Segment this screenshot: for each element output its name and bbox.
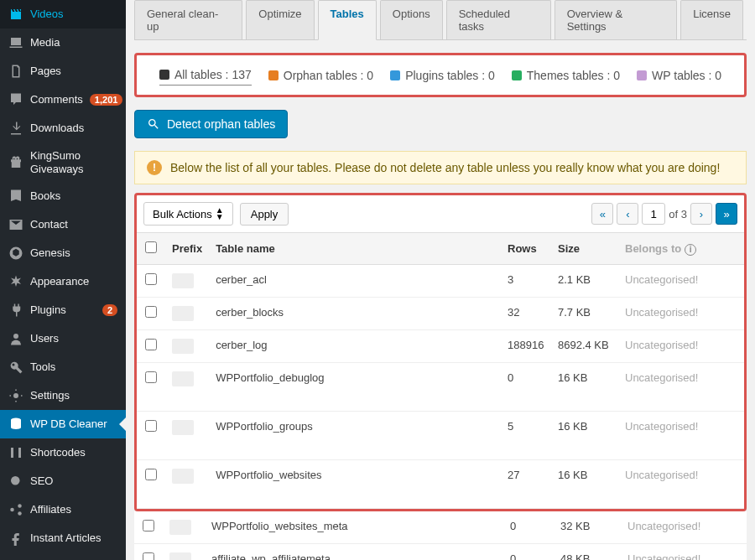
color-swatch xyxy=(159,70,169,80)
color-swatch xyxy=(512,70,522,80)
sidebar-item-label: Downloads xyxy=(30,122,117,135)
color-swatch xyxy=(637,70,647,80)
row-checkbox[interactable] xyxy=(145,420,157,432)
row-checkbox[interactable] xyxy=(143,520,154,531)
sidebar-item-wp-db-cleaner[interactable]: WP DB Cleaner xyxy=(0,410,126,438)
sidebar-item-label: Media xyxy=(30,36,117,49)
sidebar-item-label: WP DB Cleaner xyxy=(30,417,117,431)
sidebar-item-kingsumo-giveaways[interactable]: KingSumo Giveaways xyxy=(0,143,126,182)
tab-tables[interactable]: Tables xyxy=(318,0,377,40)
sidebar-item-settings[interactable]: Settings xyxy=(0,381,126,410)
filter-orphan-tables[interactable]: Orphan tables : 0 xyxy=(268,68,373,82)
sidebar-item-comments[interactable]: Comments1,201 xyxy=(0,86,126,114)
svg-point-1 xyxy=(13,334,18,339)
cell-belongs: Uncategorised! xyxy=(618,412,744,460)
cell-rows: 0 xyxy=(503,544,554,561)
tab-scheduled-tasks[interactable]: Scheduled tasks xyxy=(446,0,551,39)
header-name[interactable]: Table name xyxy=(209,233,501,265)
pager-next[interactable]: › xyxy=(690,203,712,225)
select-all-checkbox[interactable] xyxy=(145,241,157,253)
row-checkbox[interactable] xyxy=(145,469,157,480)
sidebar-item-instant-articles[interactable]: Instant Articles xyxy=(0,524,126,552)
pager-last[interactable]: » xyxy=(716,203,737,225)
filter-themes-tables[interactable]: Themes tables : 0 xyxy=(512,68,620,82)
sidebar-item-plugins[interactable]: Plugins2 xyxy=(0,296,126,324)
seo-icon xyxy=(8,474,23,489)
row-checkbox[interactable] xyxy=(145,371,157,383)
cell-belongs: Uncategorised! xyxy=(618,265,744,298)
sidebar-item-affiliates[interactable]: Affiliates xyxy=(0,495,126,524)
row-checkbox[interactable] xyxy=(145,339,157,350)
cell-belongs: Uncategorised! xyxy=(621,544,747,561)
sidebar-item-label: KingSumo Giveaways xyxy=(30,149,117,175)
cell-size: 16 KB xyxy=(551,412,618,460)
book-icon xyxy=(8,189,23,204)
plugin-icon xyxy=(8,303,23,318)
tab-optimize[interactable]: Optimize xyxy=(246,0,314,39)
filter-wp-tables[interactable]: WP tables : 0 xyxy=(637,68,721,82)
tables-panel: Bulk Actions ▲▼ Apply « ‹ of 3 › » xyxy=(134,193,747,511)
cell-size: 8692.4 KB xyxy=(551,330,618,363)
pager-prev[interactable]: ‹ xyxy=(617,203,638,225)
header-prefix[interactable]: Prefix xyxy=(165,233,209,265)
sidebar-item-contact[interactable]: Contact xyxy=(0,210,126,239)
sidebar-item-media[interactable]: Media xyxy=(0,29,126,57)
tab-license[interactable]: License xyxy=(680,0,743,39)
header-rows[interactable]: Rows xyxy=(501,233,551,265)
detect-orphan-button[interactable]: Detect orphan tables xyxy=(134,110,288,138)
apply-button[interactable]: Apply xyxy=(240,203,289,226)
tab-options[interactable]: Options xyxy=(380,0,443,39)
count-badge: 1,201 xyxy=(90,94,123,106)
row-checkbox[interactable] xyxy=(145,306,157,318)
sidebar-item-books[interactable]: Books xyxy=(0,182,126,210)
cell-rows: 188916 xyxy=(501,330,551,363)
table-toolbar: Bulk Actions ▲▼ Apply « ‹ of 3 › » xyxy=(137,195,744,233)
detect-orphan-label: Detect orphan tables xyxy=(167,117,275,131)
row-checkbox[interactable] xyxy=(145,273,157,285)
row-checkbox[interactable] xyxy=(143,552,154,560)
cell-rows: 0 xyxy=(503,511,554,544)
color-swatch xyxy=(268,70,279,80)
sidebar-item-seo[interactable]: SEO xyxy=(0,467,126,495)
pager-first[interactable]: « xyxy=(591,203,613,225)
appearance-icon xyxy=(8,274,23,289)
sidebar-item-label: Shortcodes xyxy=(30,446,117,459)
sort-icon: ▲▼ xyxy=(216,207,224,220)
count-badge: 2 xyxy=(102,304,117,316)
tab-overview-settings[interactable]: Overview & Settings xyxy=(555,0,678,39)
header-belongs[interactable]: Belongs toi xyxy=(618,233,744,265)
cell-rows: 27 xyxy=(501,460,551,509)
sidebar-item-genesis[interactable]: Genesis xyxy=(0,239,126,267)
bulk-actions-select[interactable]: Bulk Actions ▲▼ xyxy=(143,202,233,226)
admin-sidebar: VideosMediaPagesComments1,201DownloadsKi… xyxy=(0,0,126,560)
pager-page-input[interactable] xyxy=(642,203,665,225)
sidebar-item-users[interactable]: Users xyxy=(0,324,126,353)
sidebar-item-label: Instant Articles xyxy=(30,531,117,545)
cell-name: affiliate_wp_affiliatemeta xyxy=(205,544,503,561)
sidebar-item-downloads[interactable]: Downloads xyxy=(0,114,126,143)
info-icon[interactable]: i xyxy=(685,244,696,256)
sidebar-item-pages[interactable]: Pages xyxy=(0,57,126,86)
sidebar-item-seo-friendly-images[interactable]: SEO Friendly Images xyxy=(0,552,126,560)
sidebar-item-shortcodes[interactable]: Shortcodes xyxy=(0,438,126,467)
genesis-icon xyxy=(8,246,23,261)
cell-name: WPPortfolio_websites xyxy=(209,460,501,509)
filter-label: All tables : 137 xyxy=(174,68,252,81)
filter-label: WP tables : 0 xyxy=(652,69,721,82)
download-icon xyxy=(8,121,23,136)
prefix-masked xyxy=(172,273,194,288)
svg-point-6 xyxy=(18,511,22,516)
sidebar-item-tools[interactable]: Tools xyxy=(0,353,126,381)
filter-all-tables[interactable]: All tables : 137 xyxy=(159,68,252,86)
sidebar-item-appearance[interactable]: Appearance xyxy=(0,267,126,296)
video-icon xyxy=(8,7,23,22)
sidebar-item-videos[interactable]: Videos xyxy=(0,0,126,29)
header-size[interactable]: Size xyxy=(551,233,618,265)
cell-name: cerber_acl xyxy=(209,265,501,298)
filter-plugins-tables[interactable]: Plugins tables : 0 xyxy=(390,68,495,82)
svg-point-4 xyxy=(10,508,14,512)
table-row: WPPortfolio_debuglog016 KBUncategorised! xyxy=(137,363,744,412)
tab-general-clean-up[interactable]: General clean-up xyxy=(134,0,242,39)
main-content: General clean-upOptimizeTablesOptionsSch… xyxy=(126,0,755,560)
sidebar-item-label: Books xyxy=(30,189,117,203)
